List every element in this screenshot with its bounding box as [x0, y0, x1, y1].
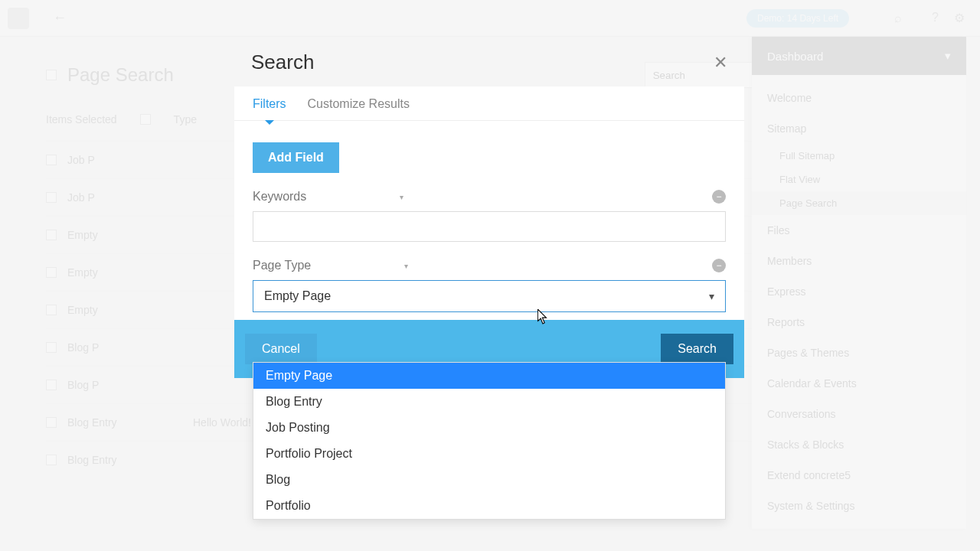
page-type-label: Page Type [253, 259, 311, 272]
keywords-input[interactable] [253, 211, 726, 242]
page-type-select[interactable]: Empty Page ▾ [253, 280, 726, 312]
chevron-down-icon: ▾ [709, 290, 714, 302]
dropdown-option[interactable]: Portfolio [253, 493, 725, 519]
page-type-selected-value: Empty Page [264, 289, 331, 303]
dropdown-option[interactable]: Empty Page [253, 363, 725, 389]
close-icon[interactable]: ✕ [714, 53, 727, 73]
advanced-search-modal: Search ✕ Filters Customize Results Add F… [234, 43, 744, 378]
search-button[interactable]: Search [661, 334, 733, 364]
cancel-button[interactable]: Cancel [245, 334, 317, 364]
page-type-dropdown: Empty PageBlog EntryJob PostingPortfolio… [253, 362, 726, 520]
dropdown-option[interactable]: Portfolio Project [253, 441, 725, 467]
keywords-field: Keywords − [253, 190, 726, 242]
keywords-label: Keywords [253, 190, 306, 204]
tab-filters[interactable]: Filters [253, 97, 286, 111]
chevron-down-icon[interactable] [404, 262, 408, 270]
remove-field-button[interactable]: − [712, 190, 726, 204]
dropdown-option[interactable]: Job Posting [253, 415, 725, 441]
page-type-field: Page Type − Empty Page ▾ [253, 259, 726, 312]
remove-field-button[interactable]: − [712, 259, 726, 272]
chevron-down-icon[interactable] [400, 193, 403, 201]
tab-customize-results[interactable]: Customize Results [308, 97, 410, 111]
add-field-button[interactable]: Add Field [253, 142, 339, 173]
modal-title: Search [251, 51, 314, 74]
dropdown-option[interactable]: Blog [253, 467, 725, 493]
dropdown-option[interactable]: Blog Entry [253, 389, 725, 415]
modal-tabs: Filters Customize Results [234, 86, 744, 121]
